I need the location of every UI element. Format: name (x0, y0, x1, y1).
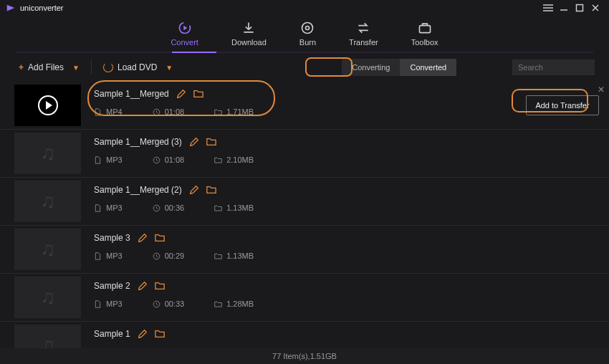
load-dvd-label: Load DVD (118, 62, 157, 72)
folder-icon[interactable] (206, 137, 216, 147)
thumbnail[interactable]: ♫ (14, 181, 81, 222)
file-icon (94, 300, 102, 308)
file-meta: Sample 3 MP3 00:29 1.13MB (81, 226, 516, 273)
edit-icon[interactable] (189, 185, 199, 195)
app-logo-icon (6, 3, 16, 13)
file-size: 1.13MB (214, 203, 254, 212)
add-files-label: Add Files (28, 62, 64, 72)
toolbar: + Add Files ▼ Load DVD ▼ Converting Conv… (0, 54, 609, 82)
add-to-transfer-button[interactable]: Add to Transfer (526, 95, 598, 115)
folder-mini-icon (214, 156, 222, 164)
close-button[interactable] (588, 1, 603, 14)
list-item[interactable]: ♫Sample 2 MP3 00:33 1.28MB (0, 273, 609, 321)
maximize-button[interactable] (572, 1, 588, 14)
convert-icon (178, 21, 192, 35)
file-format: MP3 (94, 300, 123, 308)
menu-icon[interactable] (540, 1, 556, 14)
nav-active-indicator (172, 52, 216, 53)
nav-download[interactable]: Download (231, 21, 267, 47)
chevron-down-icon: ▼ (166, 64, 173, 72)
plus-icon: + (19, 62, 24, 72)
list-item[interactable]: ♫Sample 1__Merged (3) MP3 01:08 2.10MB (0, 129, 609, 177)
folder-icon[interactable] (206, 185, 216, 195)
folder-icon[interactable] (155, 329, 165, 339)
thumbnail[interactable] (14, 85, 81, 126)
edit-icon[interactable] (138, 281, 148, 291)
music-note-icon: ♫ (40, 142, 55, 165)
file-name: Sample 1 (94, 329, 130, 339)
file-format: MP3 (94, 252, 123, 260)
toolbar-divider (91, 60, 92, 75)
chevron-down-icon: ▼ (72, 64, 80, 72)
file-format: MP3 (94, 155, 123, 164)
file-duration: 01:08 (153, 107, 185, 116)
folder-icon[interactable] (155, 281, 165, 291)
clock-icon (153, 156, 160, 164)
titlebar: uniconverter (0, 0, 609, 16)
svg-rect-6 (419, 25, 430, 32)
clock-icon (153, 204, 160, 212)
file-duration: 00:36 (153, 203, 185, 212)
edit-icon[interactable] (189, 137, 199, 147)
add-files-button[interactable]: + Add Files ▼ (14, 59, 84, 75)
nav-transfer[interactable]: Transfer (349, 21, 378, 47)
file-format: MP3 (94, 203, 123, 212)
remove-row-button[interactable]: ✕ (598, 85, 605, 95)
folder-mini-icon (214, 108, 222, 116)
clock-icon (153, 108, 160, 116)
file-duration: 00:29 (153, 252, 185, 260)
file-duration: 00:33 (153, 300, 185, 308)
nav-label: Transfer (349, 38, 378, 47)
folder-mini-icon (214, 204, 222, 212)
folder-mini-icon (214, 252, 222, 260)
edit-icon[interactable] (138, 329, 148, 339)
list-item[interactable]: ♫Sample 3 MP3 00:29 1.13MB (0, 225, 609, 273)
music-note-icon: ♫ (40, 286, 55, 309)
svg-marker-0 (7, 5, 15, 11)
file-name: Sample 1__Merged (2) (94, 185, 182, 195)
search-input[interactable] (512, 59, 595, 75)
transfer-icon (356, 21, 370, 35)
load-dvd-button[interactable]: Load DVD ▼ (99, 59, 177, 75)
row-actions (516, 274, 609, 321)
clock-icon (153, 300, 160, 308)
file-name: Sample 3 (94, 233, 130, 243)
list-item[interactable]: Sample 1__Merged MP4 01:08 1.71MB✕Add to… (0, 82, 609, 129)
dvd-icon (103, 62, 113, 72)
file-name: Sample 1__Merged (3) (94, 137, 182, 147)
nav-burn[interactable]: Burn (299, 21, 316, 47)
list-item[interactable]: ♫Sample 1__Merged (2) MP3 00:36 1.13MB (0, 177, 609, 225)
file-meta: Sample 1__Merged (3) MP3 01:08 2.10MB (81, 130, 516, 177)
tab-converted[interactable]: Converted (400, 59, 456, 76)
burn-icon (300, 21, 315, 35)
thumbnail[interactable]: ♫ (14, 229, 81, 270)
svg-point-4 (302, 22, 313, 33)
file-meta: Sample 1__Merged (2) MP3 00:36 1.13MB (81, 178, 516, 225)
thumbnail[interactable]: ♫ (14, 133, 81, 174)
edit-icon[interactable] (176, 89, 186, 99)
nav-label: Download (231, 38, 267, 47)
status-tabs: Converting Converted (342, 59, 456, 76)
folder-icon[interactable] (193, 89, 203, 99)
row-actions (516, 178, 609, 225)
minimize-button[interactable] (556, 1, 572, 14)
edit-icon[interactable] (138, 233, 148, 243)
tab-converting[interactable]: Converting (342, 59, 400, 76)
file-meta: Sample 1__Merged MP4 01:08 1.71MB (81, 82, 516, 129)
svg-point-5 (306, 26, 310, 29)
file-name: Sample 1__Merged (94, 89, 169, 99)
svg-rect-1 (577, 5, 583, 11)
file-meta: Sample 2 MP3 00:33 1.28MB (81, 274, 516, 321)
thumbnail[interactable]: ♫ (14, 277, 81, 318)
clock-icon (153, 252, 160, 260)
music-note-icon: ♫ (40, 238, 55, 261)
file-icon (94, 204, 102, 212)
folder-icon[interactable] (155, 233, 165, 243)
nav-toolbox[interactable]: Toolbox (411, 21, 438, 47)
file-icon (94, 108, 102, 116)
main-nav: Convert Download Burn Transfer Toolbox (0, 16, 609, 52)
file-duration: 01:08 (153, 155, 185, 164)
app-title: uniconverter (20, 4, 64, 12)
row-actions (516, 226, 609, 273)
nav-convert[interactable]: Convert (171, 21, 198, 47)
